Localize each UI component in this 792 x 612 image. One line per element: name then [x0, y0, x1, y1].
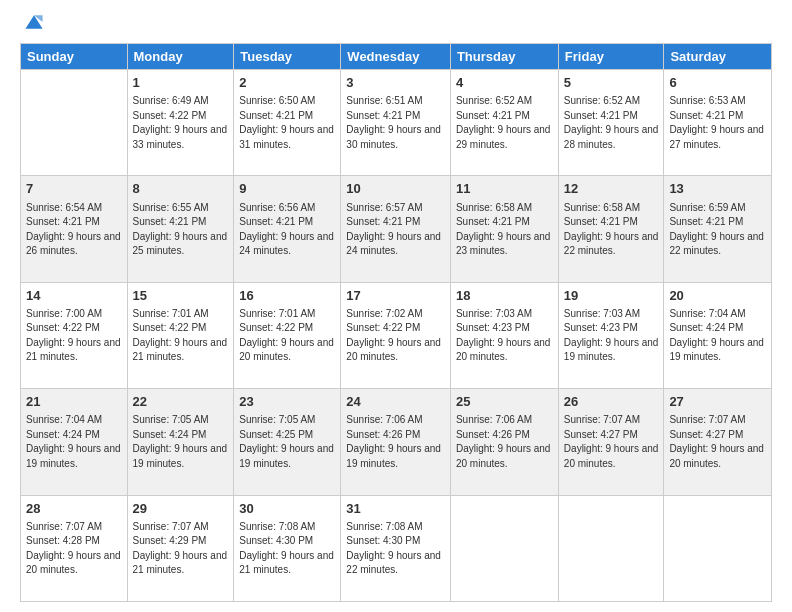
sunset-time: Sunset: 4:22 PM	[26, 322, 100, 333]
sunset-time: Sunset: 4:21 PM	[133, 216, 207, 227]
day-number: 28	[26, 500, 122, 518]
sunrise-time: Sunrise: 6:56 AM	[239, 202, 315, 213]
calendar-cell	[664, 495, 772, 601]
day-number: 12	[564, 180, 659, 198]
sunset-time: Sunset: 4:28 PM	[26, 535, 100, 546]
calendar-cell: 18Sunrise: 7:03 AMSunset: 4:23 PMDayligh…	[450, 282, 558, 388]
sunset-time: Sunset: 4:21 PM	[456, 216, 530, 227]
sunrise-time: Sunrise: 7:08 AM	[239, 521, 315, 532]
sunset-time: Sunset: 4:21 PM	[239, 110, 313, 121]
calendar-cell: 13Sunrise: 6:59 AMSunset: 4:21 PMDayligh…	[664, 176, 772, 282]
sunset-time: Sunset: 4:21 PM	[669, 216, 743, 227]
calendar-cell: 14Sunrise: 7:00 AMSunset: 4:22 PMDayligh…	[21, 282, 128, 388]
daylight-hours: Daylight: 9 hours and 26 minutes.	[26, 231, 121, 257]
day-number: 17	[346, 287, 445, 305]
day-info: Sunrise: 7:05 AMSunset: 4:25 PMDaylight:…	[239, 413, 335, 471]
daylight-hours: Daylight: 9 hours and 21 minutes.	[26, 337, 121, 363]
calendar-cell: 25Sunrise: 7:06 AMSunset: 4:26 PMDayligh…	[450, 389, 558, 495]
day-number: 23	[239, 393, 335, 411]
sunset-time: Sunset: 4:21 PM	[26, 216, 100, 227]
day-number: 16	[239, 287, 335, 305]
daylight-hours: Daylight: 9 hours and 24 minutes.	[239, 231, 334, 257]
sunset-time: Sunset: 4:27 PM	[564, 429, 638, 440]
daylight-hours: Daylight: 9 hours and 20 minutes.	[26, 550, 121, 576]
weekday-header-wednesday: Wednesday	[341, 44, 451, 70]
daylight-hours: Daylight: 9 hours and 31 minutes.	[239, 124, 334, 150]
daylight-hours: Daylight: 9 hours and 19 minutes.	[346, 443, 441, 469]
sunset-time: Sunset: 4:24 PM	[133, 429, 207, 440]
day-number: 8	[133, 180, 229, 198]
day-info: Sunrise: 7:06 AMSunset: 4:26 PMDaylight:…	[346, 413, 445, 471]
sunset-time: Sunset: 4:22 PM	[346, 322, 420, 333]
sunrise-time: Sunrise: 7:06 AM	[456, 414, 532, 425]
calendar-cell: 4Sunrise: 6:52 AMSunset: 4:21 PMDaylight…	[450, 70, 558, 176]
sunset-time: Sunset: 4:22 PM	[133, 110, 207, 121]
calendar-cell: 20Sunrise: 7:04 AMSunset: 4:24 PMDayligh…	[664, 282, 772, 388]
sunrise-time: Sunrise: 7:07 AM	[669, 414, 745, 425]
sunset-time: Sunset: 4:21 PM	[346, 110, 420, 121]
calendar-cell: 24Sunrise: 7:06 AMSunset: 4:26 PMDayligh…	[341, 389, 451, 495]
day-info: Sunrise: 7:08 AMSunset: 4:30 PMDaylight:…	[239, 520, 335, 578]
daylight-hours: Daylight: 9 hours and 21 minutes.	[133, 550, 228, 576]
calendar-cell: 26Sunrise: 7:07 AMSunset: 4:27 PMDayligh…	[558, 389, 664, 495]
weekday-header-friday: Friday	[558, 44, 664, 70]
day-info: Sunrise: 6:53 AMSunset: 4:21 PMDaylight:…	[669, 94, 766, 152]
sunset-time: Sunset: 4:27 PM	[669, 429, 743, 440]
weekday-header-thursday: Thursday	[450, 44, 558, 70]
day-info: Sunrise: 6:58 AMSunset: 4:21 PMDaylight:…	[564, 201, 659, 259]
day-info: Sunrise: 7:04 AMSunset: 4:24 PMDaylight:…	[669, 307, 766, 365]
page: SundayMondayTuesdayWednesdayThursdayFrid…	[0, 0, 792, 612]
day-info: Sunrise: 7:01 AMSunset: 4:22 PMDaylight:…	[239, 307, 335, 365]
sunset-time: Sunset: 4:21 PM	[346, 216, 420, 227]
weekday-header-saturday: Saturday	[664, 44, 772, 70]
sunset-time: Sunset: 4:26 PM	[346, 429, 420, 440]
calendar-cell: 7Sunrise: 6:54 AMSunset: 4:21 PMDaylight…	[21, 176, 128, 282]
day-info: Sunrise: 7:06 AMSunset: 4:26 PMDaylight:…	[456, 413, 553, 471]
sunrise-time: Sunrise: 6:54 AM	[26, 202, 102, 213]
day-info: Sunrise: 6:59 AMSunset: 4:21 PMDaylight:…	[669, 201, 766, 259]
daylight-hours: Daylight: 9 hours and 21 minutes.	[239, 550, 334, 576]
sunrise-time: Sunrise: 7:04 AM	[669, 308, 745, 319]
sunrise-time: Sunrise: 7:07 AM	[564, 414, 640, 425]
sunrise-time: Sunrise: 6:50 AM	[239, 95, 315, 106]
logo-text	[20, 16, 46, 35]
daylight-hours: Daylight: 9 hours and 20 minutes.	[669, 443, 764, 469]
day-info: Sunrise: 6:56 AMSunset: 4:21 PMDaylight:…	[239, 201, 335, 259]
sunrise-time: Sunrise: 7:08 AM	[346, 521, 422, 532]
day-number: 7	[26, 180, 122, 198]
sunrise-time: Sunrise: 7:01 AM	[133, 308, 209, 319]
day-number: 26	[564, 393, 659, 411]
sunset-time: Sunset: 4:25 PM	[239, 429, 313, 440]
day-info: Sunrise: 6:49 AMSunset: 4:22 PMDaylight:…	[133, 94, 229, 152]
sunrise-time: Sunrise: 7:01 AM	[239, 308, 315, 319]
day-number: 3	[346, 74, 445, 92]
daylight-hours: Daylight: 9 hours and 21 minutes.	[133, 337, 228, 363]
calendar-cell	[450, 495, 558, 601]
sunrise-time: Sunrise: 6:58 AM	[564, 202, 640, 213]
sunrise-time: Sunrise: 7:05 AM	[239, 414, 315, 425]
sunrise-time: Sunrise: 7:07 AM	[26, 521, 102, 532]
sunset-time: Sunset: 4:21 PM	[239, 216, 313, 227]
day-number: 9	[239, 180, 335, 198]
calendar-cell: 30Sunrise: 7:08 AMSunset: 4:30 PMDayligh…	[234, 495, 341, 601]
calendar-cell: 11Sunrise: 6:58 AMSunset: 4:21 PMDayligh…	[450, 176, 558, 282]
sunrise-time: Sunrise: 7:03 AM	[564, 308, 640, 319]
daylight-hours: Daylight: 9 hours and 20 minutes.	[346, 337, 441, 363]
daylight-hours: Daylight: 9 hours and 20 minutes.	[564, 443, 659, 469]
calendar-cell: 29Sunrise: 7:07 AMSunset: 4:29 PMDayligh…	[127, 495, 234, 601]
sunset-time: Sunset: 4:22 PM	[239, 322, 313, 333]
sunset-time: Sunset: 4:26 PM	[456, 429, 530, 440]
calendar-cell	[21, 70, 128, 176]
sunrise-time: Sunrise: 7:05 AM	[133, 414, 209, 425]
day-info: Sunrise: 7:03 AMSunset: 4:23 PMDaylight:…	[564, 307, 659, 365]
calendar-cell: 8Sunrise: 6:55 AMSunset: 4:21 PMDaylight…	[127, 176, 234, 282]
sunset-time: Sunset: 4:30 PM	[346, 535, 420, 546]
calendar-week-row: 7Sunrise: 6:54 AMSunset: 4:21 PMDaylight…	[21, 176, 772, 282]
day-number: 27	[669, 393, 766, 411]
daylight-hours: Daylight: 9 hours and 29 minutes.	[456, 124, 551, 150]
calendar-week-row: 28Sunrise: 7:07 AMSunset: 4:28 PMDayligh…	[21, 495, 772, 601]
sunset-time: Sunset: 4:23 PM	[564, 322, 638, 333]
sunset-time: Sunset: 4:24 PM	[669, 322, 743, 333]
day-number: 22	[133, 393, 229, 411]
day-info: Sunrise: 6:51 AMSunset: 4:21 PMDaylight:…	[346, 94, 445, 152]
